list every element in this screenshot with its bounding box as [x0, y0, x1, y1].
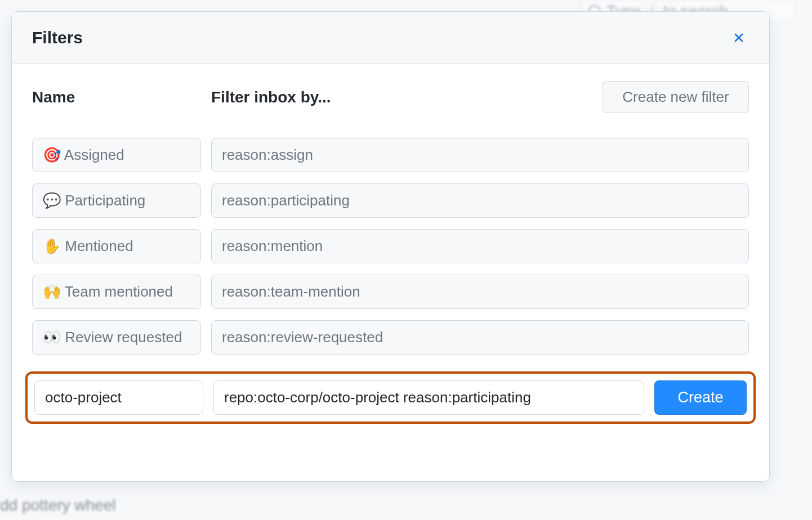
filter-name-input[interactable]: [32, 138, 201, 172]
dialog-title: Filters: [32, 28, 83, 47]
create-new-filter-button[interactable]: Create new filter: [603, 81, 749, 113]
filter-query-input[interactable]: [211, 320, 749, 355]
query-column-label: Filter inbox by...: [211, 88, 592, 106]
filter-name-input[interactable]: [32, 320, 201, 355]
filter-query-input[interactable]: [211, 275, 749, 309]
new-filter-query-input[interactable]: [213, 380, 644, 415]
new-filter-name-input[interactable]: [34, 380, 203, 415]
filter-row: [32, 229, 749, 263]
filters-dialog: Filters Name Filter inbox by... Create n…: [11, 11, 770, 482]
close-button[interactable]: [729, 28, 749, 48]
filter-row: [32, 138, 749, 172]
background-left-text: [0, 0, 11, 520]
background-bottom-text: dd pottery wheel: [0, 496, 115, 514]
filter-query-input[interactable]: [211, 229, 749, 263]
create-button[interactable]: Create: [654, 380, 747, 415]
new-filter-row: Create: [25, 371, 756, 424]
filter-name-input[interactable]: [32, 229, 201, 263]
filter-query-input[interactable]: [211, 183, 749, 218]
dialog-body: Name Filter inbox by... Create new filte…: [12, 64, 769, 434]
filter-name-input[interactable]: [32, 275, 201, 309]
close-icon: [731, 30, 746, 45]
filter-name-input[interactable]: [32, 183, 201, 218]
dialog-header: Filters: [12, 12, 769, 64]
columns-header: Name Filter inbox by... Create new filte…: [32, 81, 749, 113]
filter-row: [32, 320, 749, 355]
filter-query-input[interactable]: [211, 138, 749, 172]
name-column-label: Name: [32, 88, 201, 106]
filter-row: [32, 183, 749, 218]
filter-row: [32, 275, 749, 309]
